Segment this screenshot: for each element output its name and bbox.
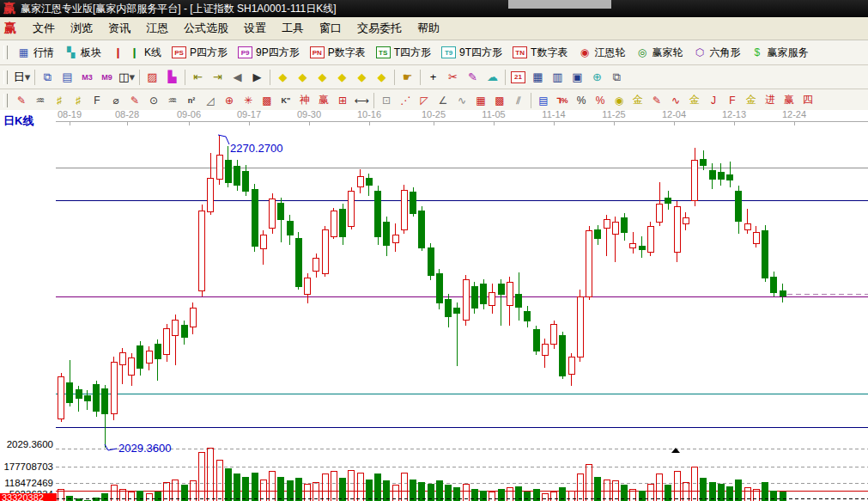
zigzag-cloud-icon-icon: ☁ [487, 70, 498, 83]
last-bar-button[interactable]: ⇥ [208, 68, 228, 86]
toolbar-grip[interactable] [3, 94, 8, 107]
menu-help[interactable]: 帮助 [410, 18, 447, 39]
pattern-icon[interactable]: ▨ [143, 68, 162, 86]
clock-cycle-icon[interactable]: ⊙ [144, 92, 163, 108]
j-line-icon[interactable]: J [704, 92, 723, 108]
menu-formula-stock-pick[interactable]: 公式选股 [176, 18, 236, 39]
ruler123-icon[interactable]: ⊞ [333, 92, 352, 108]
gold-circle-icon[interactable]: ◉ [610, 92, 628, 108]
angle-ruler-icon[interactable]: ◿ [201, 92, 220, 108]
toolbar-grip[interactable] [3, 70, 8, 84]
t-square-button[interactable]: TST四方形 [371, 44, 436, 62]
bars9-icon[interactable]: M9 [97, 68, 117, 86]
wave-v-icon[interactable]: ∿ [452, 92, 471, 108]
spiral9-icon[interactable]: ⌀ [106, 92, 125, 108]
menu-news[interactable]: 资讯 [100, 18, 138, 39]
calendar-icon[interactable]: 21 [508, 68, 528, 86]
si-icon[interactable]: 四 [798, 92, 817, 108]
web-globe-icon[interactable]: ⊕ [587, 68, 607, 86]
gold-line-icon[interactable]: 金 [628, 92, 647, 108]
diamond-right-icon[interactable]: ◆ [293, 68, 313, 86]
diamond-left-icon[interactable]: ◆ [273, 68, 293, 86]
chart-svg[interactable]: 08-1908-2809-0609-1709-3010-1610-2511-05… [0, 110, 868, 501]
gold-grid2-icon[interactable]: ♯ [69, 92, 88, 108]
diamond-allspan-icon[interactable]: ◆ [352, 68, 372, 86]
red-grid-icon[interactable]: ▦ [471, 92, 490, 108]
bars3-icon[interactable]: M3 [77, 68, 97, 86]
gold-slash-icon[interactable]: 金 [742, 92, 761, 108]
menu-gann[interactable]: 江恩 [138, 18, 176, 39]
erase-line-icon[interactable]: ✂ [443, 68, 463, 86]
menu-trade-order[interactable]: 交易委托 [349, 18, 410, 39]
menu-browse[interactable]: 浏览 [63, 18, 100, 39]
span-arrow-icon[interactable]: ⟷ [352, 92, 371, 108]
n-squared-icon[interactable]: n² [182, 92, 201, 108]
angle-line-icon[interactable]: ∠ [434, 92, 452, 108]
shen-icon[interactable]: 神 [295, 92, 314, 108]
gann-target-icon[interactable]: ⊕ [220, 92, 239, 108]
diamond-hgrow-icon[interactable]: ◆ [332, 68, 352, 86]
sectors-button[interactable]: ▚板块 [59, 44, 106, 62]
p-square-button[interactable]: PSP四方形 [167, 44, 233, 62]
chart-area[interactable]: 日K线 08-1908-2809-0609-1709-3010-1610-251… [0, 110, 868, 501]
p9-square-button[interactable]: P99P四方形 [233, 44, 305, 62]
comb2-icon[interactable]: ♒ [163, 92, 182, 108]
jin-icon[interactable]: 进 [761, 92, 780, 108]
f-line-icon[interactable]: F [723, 92, 742, 108]
p-number-table-button[interactable]: PNP数字表 [305, 44, 371, 62]
candle-style-dropdown[interactable]: ◫▾ [117, 68, 137, 86]
gold-line2-icon[interactable]: 金 [685, 92, 704, 108]
t9-square-button[interactable]: T99T四方形 [436, 44, 507, 62]
notebook-icon[interactable]: ▥ [548, 68, 568, 86]
diamond-allgrow-icon[interactable]: ◆ [372, 68, 392, 86]
period-dropdown[interactable]: 日▾ [12, 68, 32, 86]
calculator-icon[interactable]: ▦ [528, 68, 548, 86]
draw-pencil-icon[interactable]: ✎ [463, 68, 483, 86]
kline-button[interactable]: ❙❙K线 [106, 44, 167, 62]
hand-tool-icon[interactable]: ☛ [398, 68, 417, 86]
percent7-icon[interactable]: ⅂% [553, 92, 572, 108]
price-pencil-icon[interactable]: ✎ [125, 92, 144, 108]
crosshair-icon[interactable]: + [423, 68, 443, 86]
menu-file[interactable]: 文件 [25, 18, 63, 39]
hexagon-button[interactable]: ⬡六角形 [688, 44, 745, 62]
winner-wheel-button[interactable]: ◎赢家轮 [630, 44, 688, 62]
fan-lines-icon[interactable]: ⋰ [396, 92, 415, 108]
overview-icon[interactable]: ⧉ [38, 68, 58, 86]
ying2-icon[interactable]: 赢 [780, 92, 798, 108]
price-mark-icon[interactable]: ✎ [647, 92, 666, 108]
k-quote-icon[interactable]: K" [276, 92, 295, 108]
gold-grid-icon[interactable]: ♯ [50, 92, 69, 108]
next-bar-button[interactable]: ▶ [247, 68, 267, 86]
gann-wheel-button[interactable]: ◉江恩轮 [573, 44, 630, 62]
gann-web-icon[interactable]: ▩ [258, 92, 276, 108]
ying-icon[interactable]: 赢 [314, 92, 333, 108]
remote-pc-icon[interactable]: ⧉ [607, 68, 627, 86]
save-icon[interactable]: ▣ [568, 68, 587, 86]
first-bar-button[interactable]: ⇤ [188, 68, 208, 86]
zigzag-cloud-icon[interactable]: ☁ [483, 68, 502, 86]
toolbar-grip[interactable] [3, 46, 8, 59]
t-number-table-button[interactable]: TNT数字表 [507, 44, 573, 62]
histogram-list-icon[interactable]: ▤ [534, 92, 553, 108]
gann-star-icon[interactable]: ✳ [239, 92, 258, 108]
grid-comb-icon[interactable]: ♒ [31, 92, 50, 108]
prev-bar-button[interactable]: ◀ [228, 68, 247, 86]
wave-red-icon[interactable]: ∿ [666, 92, 685, 108]
fan-box-icon[interactable]: ◸ [415, 92, 434, 108]
trend-pencil-icon[interactable]: ✎ [12, 92, 31, 108]
f-grid-icon[interactable]: F [88, 92, 106, 108]
info-note-icon[interactable]: ▤ [58, 68, 77, 86]
menu-settings[interactable]: 设置 [236, 18, 274, 39]
red-grid2-icon[interactable]: ▩ [490, 92, 509, 108]
menu-tools[interactable]: 工具 [274, 18, 312, 39]
color-histogram-icon[interactable]: ▙ [162, 68, 182, 86]
box-measure-icon[interactable]: ⊡ [377, 92, 396, 108]
slash-lines-icon[interactable]: ⫽ [509, 92, 528, 108]
percent-line-icon[interactable]: % [591, 92, 610, 108]
market-quotes-button[interactable]: ▦行情 [12, 44, 59, 62]
percent-icon[interactable]: % [572, 92, 591, 108]
winner-service-button[interactable]: $赢家服务 [745, 44, 813, 62]
diamond-hspan-icon[interactable]: ◆ [313, 68, 332, 86]
menu-window[interactable]: 窗口 [312, 18, 349, 39]
